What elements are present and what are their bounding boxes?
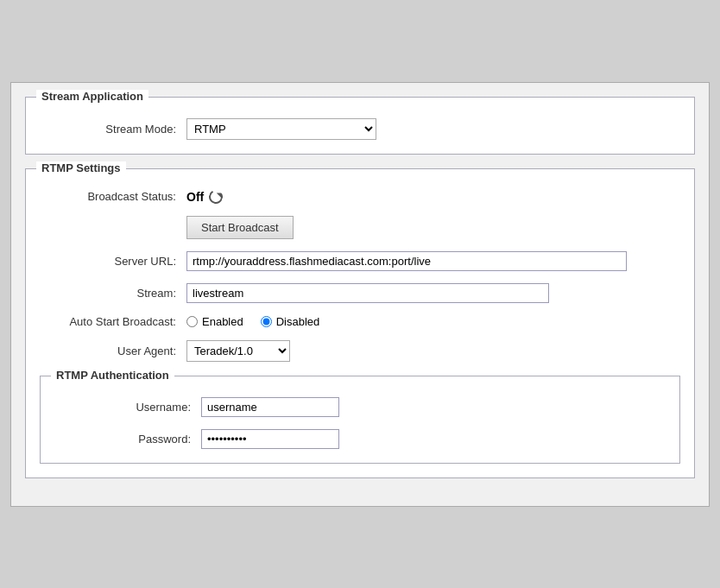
user-agent-label: User Agent: <box>40 345 186 357</box>
password-label: Password: <box>54 433 201 446</box>
stream-mode-select[interactable]: RTMP SRT HLS <box>186 118 376 140</box>
start-broadcast-control: Start Broadcast <box>186 216 680 239</box>
user-agent-control: Teradek/1.0 Custom <box>186 340 680 362</box>
password-control <box>201 429 666 449</box>
user-agent-select[interactable]: Teradek/1.0 Custom <box>186 340 290 362</box>
disabled-radio[interactable] <box>261 316 272 327</box>
stream-label: Stream: <box>40 287 186 300</box>
broadcast-status-value: Off <box>186 190 223 204</box>
rtmp-settings-legend: RTMP Settings <box>36 161 126 174</box>
password-row: Password: <box>54 429 666 449</box>
enabled-option[interactable]: Enabled <box>186 315 243 328</box>
refresh-icon[interactable] <box>207 188 224 205</box>
server-url-row: Server URL: <box>40 251 680 271</box>
rtmp-auth-section: RTMP Authentication Username: Password: <box>40 376 680 464</box>
start-broadcast-row: Start Broadcast <box>40 216 680 239</box>
rtmp-auth-legend: RTMP Authentication <box>51 369 174 382</box>
stream-application-legend: Stream Application <box>36 90 148 103</box>
stream-mode-row: Stream Mode: RTMP SRT HLS <box>40 118 680 140</box>
stream-row: Stream: <box>40 283 680 303</box>
server-url-input[interactable] <box>186 251 627 271</box>
page-container: Stream Application Stream Mode: RTMP SRT… <box>10 82 710 507</box>
broadcast-status-label: Broadcast Status: <box>40 190 186 203</box>
enabled-radio[interactable] <box>186 316 198 327</box>
username-control <box>201 397 666 417</box>
rtmp-settings-section: RTMP Settings Broadcast Status: Off Star… <box>25 168 695 478</box>
enabled-label: Enabled <box>202 315 243 328</box>
username-row: Username: <box>54 397 666 417</box>
auto-start-control: Enabled Disabled <box>186 315 680 328</box>
stream-control <box>186 283 680 303</box>
stream-mode-control: RTMP SRT HLS <box>186 118 680 140</box>
server-url-control <box>186 251 680 271</box>
username-label: Username: <box>54 401 201 414</box>
stream-application-section: Stream Application Stream Mode: RTMP SRT… <box>25 97 695 155</box>
broadcast-status-row: Broadcast Status: Off <box>40 190 680 204</box>
start-broadcast-button[interactable]: Start Broadcast <box>186 216 294 239</box>
server-url-label: Server URL: <box>40 255 186 268</box>
stream-mode-label: Stream Mode: <box>40 123 186 136</box>
username-input[interactable] <box>201 397 339 417</box>
auto-start-label: Auto Start Broadcast: <box>40 315 186 328</box>
password-input[interactable] <box>201 429 339 449</box>
user-agent-row: User Agent: Teradek/1.0 Custom <box>40 340 680 362</box>
auto-start-row: Auto Start Broadcast: Enabled Disabled <box>40 315 680 328</box>
disabled-option[interactable]: Disabled <box>261 315 320 328</box>
stream-input[interactable] <box>186 283 549 303</box>
broadcast-status-text: Off <box>186 190 204 204</box>
disabled-label: Disabled <box>276 315 320 328</box>
